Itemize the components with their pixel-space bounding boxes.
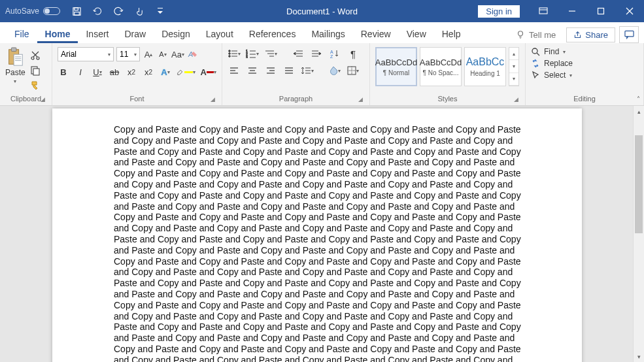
dialog-launcher-icon[interactable]: ◢ bbox=[514, 96, 518, 103]
numbering-button[interactable]: 123▾ bbox=[246, 47, 259, 60]
ribbon-display-options-icon[interactable] bbox=[529, 0, 558, 22]
dialog-launcher-icon[interactable]: ◢ bbox=[358, 96, 363, 103]
chevron-up-icon[interactable]: ▴ bbox=[509, 48, 518, 60]
svg-rect-4 bbox=[539, 8, 547, 14]
chevron-down-icon[interactable]: ▾ bbox=[509, 60, 518, 73]
decrease-indent-button[interactable] bbox=[292, 47, 305, 60]
tab-file[interactable]: File bbox=[7, 25, 37, 43]
minimize-icon[interactable] bbox=[558, 0, 586, 22]
align-left-button[interactable] bbox=[228, 64, 241, 77]
style-normal[interactable]: AaBbCcDd ¶ Normal bbox=[375, 47, 417, 86]
select-label: Select bbox=[544, 71, 566, 80]
scroll-thumb[interactable] bbox=[635, 135, 643, 233]
tab-draw[interactable]: Draw bbox=[116, 25, 154, 43]
justify-button[interactable] bbox=[282, 64, 296, 77]
bold-button[interactable]: B bbox=[58, 65, 69, 78]
svg-rect-13 bbox=[14, 54, 22, 65]
tell-me-label: Tell me bbox=[529, 30, 556, 40]
clear-format-button[interactable]: A bbox=[187, 48, 199, 61]
redo-icon[interactable] bbox=[111, 4, 126, 18]
collapse-ribbon-icon[interactable]: ˄ bbox=[637, 95, 640, 103]
font-name-combo[interactable]: Arial▾ bbox=[58, 47, 114, 61]
style-preview: AaBbCcDd bbox=[375, 58, 417, 67]
font-size-combo[interactable]: 11▾ bbox=[116, 47, 140, 61]
expand-gallery-icon[interactable]: ▾ bbox=[509, 73, 518, 86]
strikethrough-button[interactable]: ab bbox=[109, 65, 120, 78]
tell-me-search[interactable]: Tell me bbox=[509, 30, 562, 40]
style-heading1[interactable]: AaBbCc Heading 1 bbox=[464, 47, 506, 86]
shading-button[interactable]: ▾ bbox=[328, 64, 341, 77]
font-size-value: 11 bbox=[120, 50, 128, 59]
align-center-button[interactable] bbox=[246, 64, 259, 77]
svg-rect-2 bbox=[74, 12, 79, 15]
document-body-text[interactable]: Copy and Paste and Copy and Paste and Co… bbox=[114, 124, 523, 362]
scroll-up-icon[interactable]: ▴ bbox=[634, 106, 644, 117]
document-area: Copy and Paste and Copy and Paste and Co… bbox=[0, 106, 644, 362]
dialog-launcher-icon[interactable]: ◢ bbox=[211, 96, 215, 103]
style-no-spacing[interactable]: AaBbCcDd ¶ No Spac... bbox=[420, 47, 462, 86]
close-icon[interactable] bbox=[615, 0, 644, 22]
svg-point-22 bbox=[229, 50, 231, 52]
share-button[interactable]: Share bbox=[566, 27, 615, 42]
text-effects-button[interactable]: A▾ bbox=[160, 65, 171, 78]
align-right-button[interactable] bbox=[264, 64, 277, 77]
editing-group-label: Editing bbox=[573, 95, 596, 103]
borders-button[interactable]: ▾ bbox=[347, 64, 360, 77]
change-case-button[interactable]: Aa▾ bbox=[171, 48, 184, 61]
search-icon bbox=[531, 47, 540, 56]
scroll-down-icon[interactable]: ▾ bbox=[634, 351, 644, 362]
superscript-button[interactable]: x2 bbox=[143, 65, 154, 78]
tab-insert[interactable]: Insert bbox=[78, 25, 116, 43]
select-button[interactable]: Select▾ bbox=[531, 71, 638, 80]
format-painter-button[interactable] bbox=[29, 80, 41, 91]
svg-text:A: A bbox=[330, 50, 333, 54]
touch-mode-icon[interactable] bbox=[132, 4, 146, 18]
multilevel-button[interactable]: ▾ bbox=[264, 47, 277, 60]
ribbon-tabs: File Home Insert Draw Design Layout Refe… bbox=[0, 22, 644, 43]
page[interactable]: Copy and Paste and Copy and Paste and Co… bbox=[52, 108, 582, 362]
title-bar: AutoSave Document1 - Word Sign in bbox=[0, 0, 644, 22]
highlight-button[interactable]: ▾ bbox=[177, 65, 195, 78]
paragraph-group-label: Paragraph bbox=[279, 95, 313, 103]
tab-references[interactable]: References bbox=[241, 25, 304, 43]
sign-in-button[interactable]: Sign in bbox=[478, 5, 520, 18]
autosave-toggle[interactable]: AutoSave bbox=[0, 7, 65, 16]
tab-design[interactable]: Design bbox=[154, 25, 198, 43]
font-color-button[interactable]: A▾ bbox=[201, 65, 216, 78]
comments-button[interactable] bbox=[619, 26, 639, 43]
scroll-track[interactable] bbox=[634, 117, 644, 351]
find-label: Find bbox=[544, 47, 559, 56]
underline-button[interactable]: U▾ bbox=[92, 65, 103, 78]
svg-line-64 bbox=[537, 53, 539, 56]
grow-font-button[interactable]: A▴ bbox=[143, 48, 154, 61]
tab-home[interactable]: Home bbox=[37, 25, 78, 43]
increase-indent-button[interactable] bbox=[310, 47, 323, 60]
replace-button[interactable]: Replace bbox=[531, 59, 638, 68]
tab-help[interactable]: Help bbox=[434, 25, 469, 43]
qat-more-icon[interactable] bbox=[153, 4, 167, 18]
styles-gallery-nav[interactable]: ▴ ▾ ▾ bbox=[509, 47, 519, 86]
tab-review[interactable]: Review bbox=[353, 25, 399, 43]
paste-button[interactable]: Paste ▾ bbox=[5, 47, 25, 93]
cut-button[interactable] bbox=[29, 50, 41, 61]
undo-icon[interactable] bbox=[90, 4, 105, 18]
group-styles: AaBbCcDd ¶ Normal AaBbCcDd ¶ No Spac... … bbox=[370, 43, 526, 105]
bullets-button[interactable]: ▾ bbox=[228, 47, 241, 60]
toggle-off-icon bbox=[43, 7, 60, 15]
save-icon[interactable] bbox=[69, 4, 84, 18]
tab-layout[interactable]: Layout bbox=[198, 25, 241, 43]
tab-view[interactable]: View bbox=[399, 25, 434, 43]
find-button[interactable]: Find▾ bbox=[531, 47, 638, 56]
dialog-launcher-icon[interactable]: ◢ bbox=[41, 96, 45, 103]
vertical-scrollbar[interactable]: ▴ ▾ bbox=[633, 106, 644, 362]
sort-button[interactable]: AZ bbox=[328, 47, 341, 60]
maximize-icon[interactable] bbox=[586, 0, 615, 22]
show-marks-button[interactable]: ¶ bbox=[347, 47, 360, 60]
svg-text:3: 3 bbox=[246, 56, 248, 58]
tab-mailings[interactable]: Mailings bbox=[303, 25, 352, 43]
line-spacing-button[interactable]: ▾ bbox=[301, 64, 314, 77]
italic-button[interactable]: I bbox=[75, 65, 86, 78]
shrink-font-button[interactable]: A▾ bbox=[157, 48, 169, 61]
copy-button[interactable] bbox=[29, 65, 41, 76]
subscript-button[interactable]: x2 bbox=[126, 65, 137, 78]
